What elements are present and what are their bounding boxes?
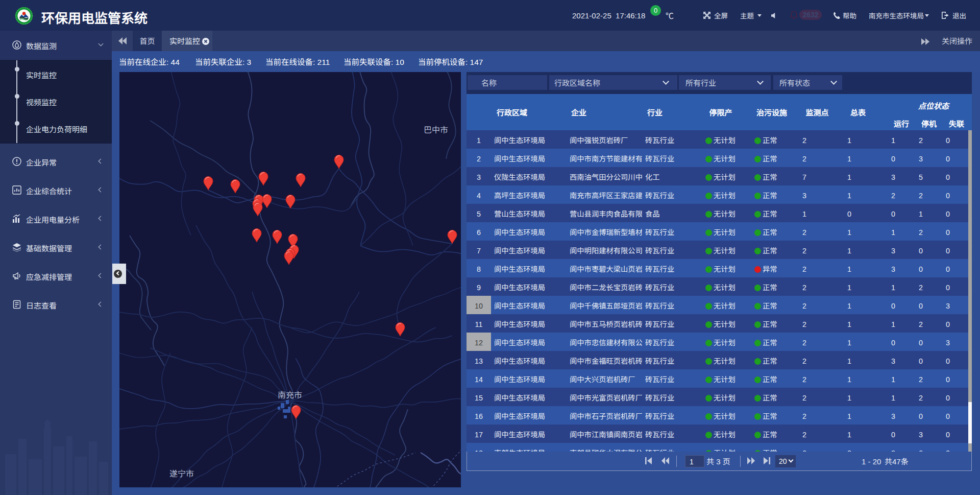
svg-text:遂宁市: 遂宁市 <box>169 469 194 478</box>
svg-text:巴中市: 巴中市 <box>424 126 448 134</box>
svg-text:南充市: 南充市 <box>278 391 302 399</box>
